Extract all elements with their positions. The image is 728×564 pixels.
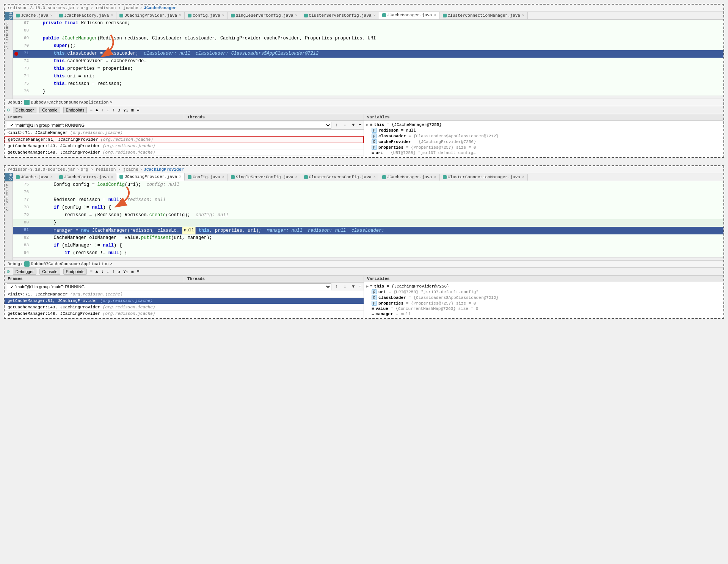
panel2-frame-0[interactable]: <init>:71, JCacheManager (org.redisson.j… — [5, 291, 364, 298]
panel1-up-btn[interactable]: ↑ — [334, 122, 340, 128]
panel1-threads-header: Threads — [184, 114, 364, 121]
structure-tab-1[interactable]: 2: Structure — [5, 20, 13, 52]
code-line-76a: 76 } — [13, 88, 723, 96]
panel2-thread-select[interactable]: ✔ "main"@1 in group "main": RUNNING — [7, 283, 331, 290]
tab-jcachingprovider-2[interactable]: JCachingProvider.java× — [116, 173, 185, 181]
panel1-frame-0[interactable]: <init>:71, JCacheManager (org.redisson.j… — [5, 130, 364, 136]
code-line-68: 68 — [13, 27, 723, 35]
code-line-71: 71 this.classLoader = classLoader; class… — [13, 50, 723, 58]
panel1-frames-list: <init>:71, JCacheManager (org.redisson.j… — [5, 130, 364, 156]
tab-jcachingprovider-1[interactable]: JCachingProvider.java× — [116, 12, 185, 19]
panel2-var-properties: p properties = {Properties@7257} size = … — [366, 300, 722, 306]
panel1-project-side: 1: Project — [5, 12, 13, 20]
panel1-jar: redisson-3.18.0-sources.jar — [8, 6, 75, 10]
tab-config-2[interactable]: Config.java× — [185, 174, 228, 181]
panel1-var-redisson: p redisson = null — [366, 127, 722, 133]
panel2-jar: redisson-3.18.0-sources.jar — [8, 167, 75, 172]
panel2-tabs: JCache.java× JCacheFactory.java× JCachin… — [5, 173, 723, 181]
panel2-threads-header: Threads — [184, 276, 364, 282]
tab-jcachefactory-2[interactable]: JCacheFactory.java× — [56, 174, 117, 181]
panel2-var-classloader: p classLoader = {ClassLoaders$AppClassLo… — [366, 295, 722, 300]
panel1-var-properties: p properties = {Properties@7257} size = … — [366, 145, 722, 150]
panel2-debug-label: Debug: — [8, 262, 23, 266]
panel2-classname: JCachingProvider — [144, 167, 184, 172]
panel2-plus-btn[interactable]: + — [359, 284, 361, 289]
panel1-filter-btn[interactable]: ▼ — [350, 122, 356, 128]
panel2-hscroll[interactable] — [13, 257, 723, 260]
panel2-frame-2[interactable]: getCacheManager:143, JCachingProvider (o… — [5, 304, 364, 311]
panel1-thread-select[interactable]: ✔ "main"@1 in group "main": RUNNING — [7, 122, 331, 129]
panel2-filter-btn[interactable]: ▼ — [350, 284, 356, 290]
panel1-frame-1[interactable]: getCacheManager:81, JCachingProvider (or… — [5, 136, 364, 143]
panel1-variables-panel: Variables ▶ ≡ this = {JCacheManager@7255… — [364, 114, 723, 157]
panel1-classname: JCacheManager — [144, 6, 176, 10]
code2-line-80: 80 } — [13, 219, 723, 227]
panel1-down-btn[interactable]: ↓ — [342, 122, 348, 128]
panel1-frames-header: Frames — [5, 114, 184, 121]
panel2-var-manager: ≡ manager = null — [366, 311, 722, 317]
panel1-plus-btn[interactable]: + — [359, 123, 361, 128]
code2-line-84: 84 if (redisson != null) { — [13, 250, 723, 257]
code2-line-78: 78 if (config != null) { — [13, 204, 723, 212]
panel2-variables-list: ▶ ≡ this = {JCachingProvider@7256} p uri… — [364, 282, 723, 318]
panel1-variables-list: ▶ ≡ this = {JCacheManager@7255} p rediss… — [364, 121, 723, 157]
panel1-var-this: ▶ ≡ this = {JCacheManager@7255} — [366, 122, 722, 127]
panel1-debug-bar: Debug: Dubbo07CacheConsumerApplication × — [5, 99, 723, 106]
panel-2: redisson-3.18.0-sources.jar › org › redi… — [4, 165, 724, 319]
code-line-74: 74 this.uri = uri; — [13, 73, 723, 80]
code2-line-81: 81 manager = new JCacheManager(redisson,… — [13, 227, 723, 234]
structure-tab-2[interactable]: 2: Structure — [5, 181, 13, 214]
tab-jcache-java-1[interactable]: JCache.java× — [13, 12, 56, 19]
panel1-titlebar: redisson-3.18.0-sources.jar › org › redi… — [5, 5, 723, 12]
code-line-67: 67 private final Redisson redisson; — [13, 20, 723, 27]
panel1-var-cacheprovider: p cacheProvider = {JCachingProvider@7256… — [366, 139, 722, 145]
panel2-frame-3[interactable]: getCacheManager:148, JCachingProvider (o… — [5, 311, 364, 317]
tab-config-1[interactable]: Config.java× — [185, 12, 228, 19]
panel2-down-btn[interactable]: ↓ — [342, 284, 348, 290]
panel1-frames-toolbar: ✔ "main"@1 in group "main": RUNNING ↑ ↓ … — [5, 121, 364, 130]
panel1-debug-icon2: ⚙ — [7, 107, 10, 113]
panel2-side-tabs: 2: Structure — [5, 181, 13, 260]
panel2-debug-bar: Debug: Dubbo07CacheConsumerApplication × — [5, 260, 723, 268]
panel2-up-btn[interactable]: ↑ — [334, 284, 340, 290]
tab-jcachefactory-1[interactable]: JCacheFactory.java× — [56, 12, 117, 19]
code-line-72: 72 this.cacheProvider = cacheProvide… — [13, 58, 723, 65]
panel2-var-value: ≡ value = {ConcurrentHashMap@7263} size … — [366, 306, 722, 311]
panel1-debug-app: Dubbo07CacheConsumerApplication — [31, 100, 109, 105]
panel1-bottom-split: Frames Threads ✔ "main"@1 in group "main… — [5, 114, 723, 157]
tab-singleserver-1[interactable]: SingleServerConfig.java× — [228, 12, 301, 19]
panel1-debugger-btn[interactable]: Debugger — [13, 107, 36, 113]
tab-jcachemanager-1[interactable]: JCacheManager.java× — [379, 12, 440, 19]
tab-clusterservers-2[interactable]: ClusterServersConfig.java× — [301, 174, 379, 181]
code2-line-82: 82 CacheManager oldManager = value.putIf… — [13, 234, 723, 242]
panel2-debug-icon2: ⚙ — [7, 269, 10, 275]
panel1-endpoints-btn[interactable]: Endpoints — [63, 107, 87, 113]
panel2-frame-1[interactable]: getCacheManager:81, JCachingProvider (or… — [5, 298, 364, 304]
panel2-variables-header: Variables — [364, 276, 723, 282]
panel2-titlebar: redisson-3.18.0-sources.jar › org › redi… — [5, 166, 723, 173]
tab-clusterconn-2[interactable]: ClusterConnectionManager.java× — [440, 174, 528, 181]
panel1-code-area: 67 private final Redisson redisson; 68 6… — [13, 20, 723, 99]
panel2-debug-icon — [24, 261, 30, 267]
panel2-debugger-btn[interactable]: Debugger — [13, 269, 36, 275]
panel2-code-area: 75 Config config = loadConfig(uri); conf… — [13, 181, 723, 260]
tab-clusterconn-1[interactable]: ClusterConnectionManager.java× — [440, 12, 528, 19]
panel1-frame-2[interactable]: getCacheManager:143, JCachingProvider (o… — [5, 143, 364, 149]
panel1-frame-3[interactable]: getCacheManager:148, JCachingProvider (o… — [5, 149, 364, 156]
tab-singleserver-2[interactable]: SingleServerConfig.java× — [228, 174, 301, 181]
panel1-hscroll[interactable] — [13, 96, 723, 99]
code2-line-77: 77 Redisson redisson = null; redisson: n… — [13, 196, 723, 204]
panel2-toolbar: ⚙ Debugger Console Endpoints ≡ ▲ ↓ ↓ ↑ ↺… — [5, 268, 723, 276]
panel2-endpoints-btn[interactable]: Endpoints — [63, 269, 87, 275]
panel2-var-uri: p uri = {URI@7258} "jsr107-default-confi… — [366, 289, 722, 295]
panel1-debug-icon — [24, 100, 30, 105]
panel1-console-btn[interactable]: Console — [39, 107, 60, 113]
tab-jcache-java-2[interactable]: JCache.java× — [13, 174, 56, 181]
panel1-tabs: JCache.java× JCacheFactory.java× JCachin… — [5, 12, 723, 20]
panel2-console-btn[interactable]: Console — [39, 269, 60, 275]
panel1-side-tabs: 2: Structure — [5, 20, 13, 99]
code2-line-75: 75 Config config = loadConfig(uri); conf… — [13, 181, 723, 189]
panel1-var-uri: ≡ uri = {URI@7258} "jsr107-default-confi… — [366, 150, 722, 156]
tab-clusterservers-1[interactable]: ClusterServersConfig.java× — [301, 12, 379, 19]
tab-jcachemanager-2[interactable]: JCacheManager.java× — [379, 174, 440, 181]
